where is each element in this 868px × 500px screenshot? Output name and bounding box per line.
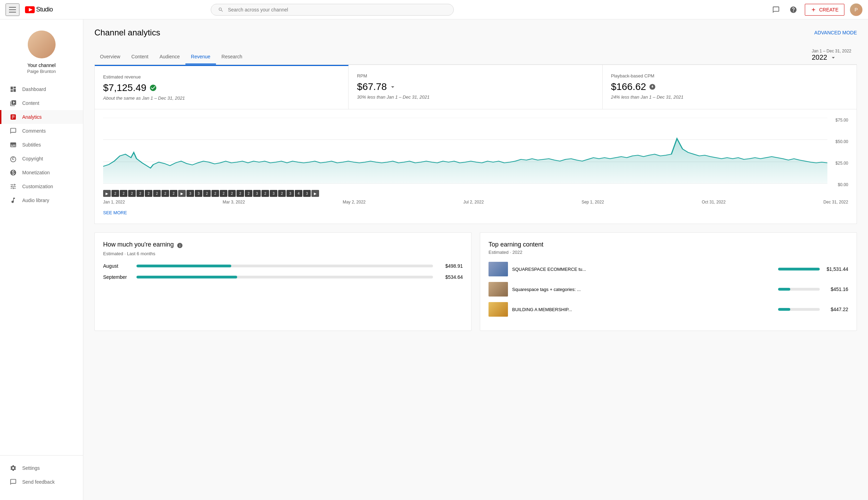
timeline-bar-19[interactable]: 3 <box>270 190 277 197</box>
timeline-play-3[interactable]: ▶ <box>311 190 319 197</box>
chart-area: $75.00 $50.00 $25.00 $0.00 <box>103 118 848 187</box>
messages-button[interactable] <box>770 4 782 16</box>
customization-icon <box>10 183 17 190</box>
top-content-title: Top earning content <box>489 241 848 248</box>
metric-playback-cpm[interactable]: Playback-based CPM $166.62 24% less than… <box>603 65 857 109</box>
timeline-bar-5[interactable]: 2 <box>145 190 152 197</box>
sidebar-item-dashboard[interactable]: Dashboard <box>0 82 83 96</box>
timeline-bar-13[interactable]: 2 <box>220 190 227 197</box>
sidebar-item-customization[interactable]: Customization <box>0 180 83 193</box>
search-input[interactable] <box>228 7 446 12</box>
earnings-bar-0 <box>136 265 231 267</box>
y-label-2: $25.00 <box>829 161 848 166</box>
top-content-item-1[interactable]: Squarespace tags + categories: ... $451.… <box>489 282 848 297</box>
top-content-item-0[interactable]: SQUARESPACE ECOMMERCE tu... $1,531.44 <box>489 262 848 276</box>
timeline-bar-11[interactable]: 2 <box>203 190 211 197</box>
timeline-bar-7[interactable]: 2 <box>161 190 169 197</box>
timeline-bar-21[interactable]: 3 <box>286 190 294 197</box>
avatar[interactable]: P <box>850 3 862 16</box>
date-label-5: Oct 31, 2022 <box>702 200 726 205</box>
page-header: Channel analytics ADVANCED MODE <box>94 28 857 38</box>
content-icon <box>10 100 17 107</box>
earnings-title: How much you're earning <box>103 241 174 248</box>
content-bar-container-1 <box>778 288 820 291</box>
timeline-bar-9[interactable]: 3 <box>186 190 194 197</box>
timeline-bar-12[interactable]: 2 <box>211 190 219 197</box>
content-amount-2: $447.22 <box>824 307 848 312</box>
tab-audience[interactable]: Audience <box>154 50 185 65</box>
y-label-3: $0.00 <box>829 182 848 187</box>
metric-estimated-revenue[interactable]: Estimated revenue $7,125.49 About the sa… <box>95 65 349 109</box>
sidebar-item-content[interactable]: Content <box>0 96 83 110</box>
sidebar-item-monetization[interactable]: Monetization <box>0 166 83 180</box>
timeline-bar-17[interactable]: 3 <box>253 190 261 197</box>
tab-overview[interactable]: Overview <box>94 50 126 65</box>
sidebar-item-comments[interactable]: Comments <box>0 124 83 138</box>
timeline-play-2[interactable]: ▶ <box>178 190 186 197</box>
date-label-3: Jul 2, 2022 <box>464 200 484 205</box>
search-bar <box>211 4 454 16</box>
main-content: Channel analytics ADVANCED MODE Overview… <box>83 19 868 500</box>
date-selector[interactable]: Jan 1 – Dec 31, 2022 2022 <box>806 46 857 64</box>
sidebar-item-audio[interactable]: Audio library <box>0 193 83 207</box>
metric-value-0: $7,125.49 <box>103 82 340 93</box>
timeline-bar-16[interactable]: 2 <box>245 190 252 197</box>
timeline-bar-2[interactable]: 2 <box>120 190 127 197</box>
metrics-row: Estimated revenue $7,125.49 About the sa… <box>94 65 857 109</box>
earnings-amount-0: $498.91 <box>439 263 463 269</box>
timeline-bar-3[interactable]: 2 <box>128 190 136 197</box>
chart-container: $75.00 $50.00 $25.00 $0.00 <box>94 109 857 224</box>
create-button[interactable]: CREATE <box>805 4 844 16</box>
y-label-0: $75.00 <box>829 118 848 123</box>
subtitles-icon <box>10 141 17 148</box>
metric-rpm[interactable]: RPM $67.78 30% less than Jan 1 – Dec 31,… <box>349 65 602 109</box>
top-content-panel: Top earning content Estimated · 2022 SQU… <box>480 232 857 331</box>
tab-revenue[interactable]: Revenue <box>185 50 216 65</box>
sidebar-item-settings[interactable]: Settings <box>0 461 83 475</box>
timeline-bar-23[interactable]: 3 <box>303 190 311 197</box>
top-content-item-2[interactable]: BUILDING A MEMBERSHIP... $447.22 <box>489 302 848 317</box>
sidebar-item-analytics[interactable]: Analytics <box>0 110 83 124</box>
sidebar-item-copyright[interactable]: Copyright <box>0 152 83 166</box>
create-icon <box>811 7 816 12</box>
arrow-down-circle-icon <box>649 83 656 90</box>
page-title: Channel analytics <box>94 28 160 38</box>
content-bar-container-0 <box>778 268 820 270</box>
timeline-bar-8[interactable]: 2 <box>170 190 177 197</box>
app-title: Studio <box>36 6 53 13</box>
timeline-bar-22[interactable]: 4 <box>295 190 302 197</box>
logo[interactable]: Studio <box>25 6 53 13</box>
help-button[interactable] <box>787 4 799 16</box>
tabs-row: Overview Content Audience Revenue Resear… <box>94 46 857 65</box>
timeline-bar-20[interactable]: 2 <box>278 190 286 197</box>
earnings-month-0: August <box>103 263 131 269</box>
content-amount-0: $1,531.44 <box>824 266 848 272</box>
earnings-panel: How much you're earning Estimated · Last… <box>94 232 471 331</box>
content-bar-container-2 <box>778 308 820 311</box>
timeline-bar-1[interactable]: 2 <box>111 190 119 197</box>
tab-research[interactable]: Research <box>216 50 248 65</box>
timeline-bar-10[interactable]: 3 <box>195 190 202 197</box>
comments-icon <box>10 127 17 134</box>
timeline-bar-14[interactable]: 2 <box>228 190 236 197</box>
menu-button[interactable] <box>6 3 19 16</box>
bottom-panels: How much you're earning Estimated · Last… <box>94 232 857 331</box>
channel-handle: Paige Brunton <box>6 69 77 74</box>
timeline-bar-6[interactable]: 2 <box>153 190 161 197</box>
earnings-subtitle: Estimated · Last 6 months <box>103 251 463 256</box>
sidebar-item-subtitles[interactable]: Subtitles <box>0 138 83 152</box>
earnings-month-1: September <box>103 274 131 280</box>
timeline-bar-15[interactable]: 2 <box>236 190 244 197</box>
audio-icon <box>10 197 17 204</box>
tab-content[interactable]: Content <box>126 50 154 65</box>
timeline-play-1[interactable]: ▶ <box>103 190 111 197</box>
sidebar-item-feedback[interactable]: Send feedback <box>0 475 83 489</box>
see-more-button[interactable]: SEE MORE <box>103 210 127 215</box>
check-circle-icon <box>149 84 157 92</box>
timeline-bar-4[interactable]: 2 <box>136 190 144 197</box>
timeline-bar-18[interactable]: 2 <box>261 190 269 197</box>
date-label-4: Sep 1, 2022 <box>582 200 604 205</box>
advanced-mode-button[interactable]: ADVANCED MODE <box>814 30 857 35</box>
date-year: 2022 <box>812 53 827 61</box>
content-amount-1: $451.16 <box>824 286 848 292</box>
